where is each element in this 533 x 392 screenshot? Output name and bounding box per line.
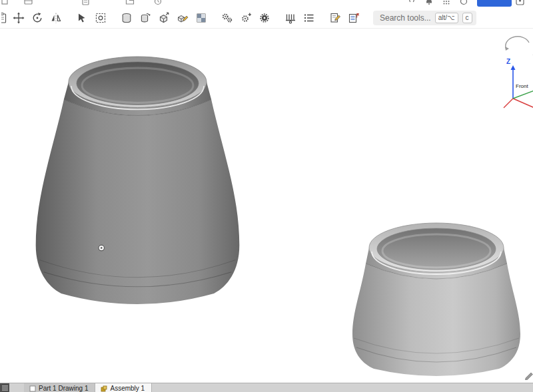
history-icon[interactable] xyxy=(153,0,163,5)
revolve-part-icon[interactable] xyxy=(137,10,153,27)
move-icon[interactable] xyxy=(10,10,27,27)
tab-manager-button[interactable] xyxy=(0,383,9,392)
transform-arrow-icon[interactable] xyxy=(73,10,90,27)
search-tools-label: Search tools... xyxy=(380,13,431,23)
mirror-icon[interactable] xyxy=(47,10,64,27)
mate-connector-marker[interactable] xyxy=(99,245,104,250)
cylinder-part-icon[interactable] xyxy=(118,10,135,27)
tab-part-drawing[interactable]: Part 1 Drawing 1 xyxy=(24,383,95,392)
logo-icon[interactable] xyxy=(1,0,8,5)
tab-label: Assembly 1 xyxy=(110,385,145,392)
gears-icon[interactable] xyxy=(219,10,235,27)
selection-box-icon[interactable] xyxy=(92,10,109,27)
shortcut-key-badge: c xyxy=(462,13,472,23)
search-tools[interactable]: Search tools... alt/⌥ c xyxy=(373,11,476,25)
rack-pattern-icon[interactable] xyxy=(282,10,298,27)
drawing-tab-icon xyxy=(29,385,36,392)
tab-label: Part 1 Drawing 1 xyxy=(39,385,88,392)
app-header-strip xyxy=(0,0,533,8)
gear-add-icon[interactable] xyxy=(237,10,254,27)
document-icon[interactable] xyxy=(81,0,91,5)
share-button[interactable] xyxy=(477,0,512,7)
notifications-icon[interactable] xyxy=(425,0,433,5)
assembly-toolbar: Search tools... alt/⌥ c xyxy=(0,8,533,29)
view-orientation-triad[interactable]: Z Front xyxy=(498,35,533,114)
front-orientation-label: Front xyxy=(516,83,528,89)
drawing-sheet-icon[interactable] xyxy=(326,10,343,27)
folder-icon[interactable] xyxy=(125,0,135,5)
bom-table-icon[interactable] xyxy=(345,10,362,27)
rotate-icon[interactable] xyxy=(29,10,45,27)
small-reducer-part[interactable] xyxy=(351,220,522,379)
assembly-tab-icon xyxy=(101,385,107,392)
model-viewport[interactable]: Z Front xyxy=(0,29,533,383)
account-icon[interactable] xyxy=(516,0,525,5)
z-axis-label: Z xyxy=(506,58,510,65)
edit-part-icon[interactable] xyxy=(174,10,191,27)
list-pattern-icon[interactable] xyxy=(300,10,317,27)
sketch-pencil-icon[interactable] xyxy=(524,369,533,380)
large-reducer-part[interactable] xyxy=(33,53,243,304)
appearance-icon[interactable] xyxy=(193,10,209,27)
help-icon[interactable] xyxy=(460,0,468,5)
export-part-icon[interactable] xyxy=(155,10,172,27)
clipboard-icon[interactable] xyxy=(1,10,8,27)
apps-grid-icon[interactable] xyxy=(442,0,450,5)
gear-solid-icon[interactable] xyxy=(256,10,272,27)
code-icon[interactable] xyxy=(408,0,416,5)
tab-assembly[interactable]: Assembly 1 xyxy=(95,383,152,392)
document-tab-bar: Part 1 Drawing 1 Assembly 1 xyxy=(0,383,533,392)
shortcut-alt-badge: alt/⌥ xyxy=(435,13,458,23)
window-icon[interactable] xyxy=(24,0,33,5)
